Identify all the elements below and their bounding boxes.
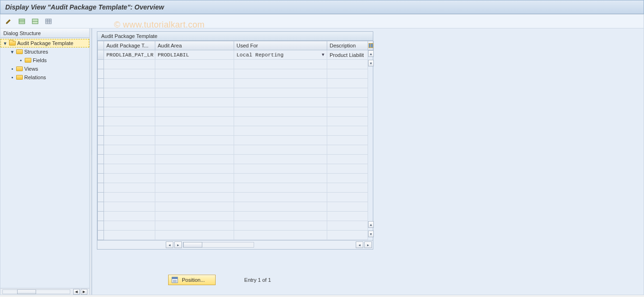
position-button-label: Position...: [182, 277, 205, 283]
tree-node-structures[interactable]: ▾ Structures: [0, 47, 89, 56]
table-row-empty: [97, 69, 373, 79]
toggle-edit-button[interactable]: [3, 16, 14, 27]
detail-panel: Audit Package Template Audit Package T..…: [92, 28, 644, 295]
svg-rect-14: [172, 277, 178, 279]
row-selector-header[interactable]: [97, 41, 104, 50]
table-row-empty: ▾: [97, 60, 373, 69]
table-row-empty: ▴: [97, 221, 373, 231]
tree-node-relations[interactable]: • Relations: [0, 73, 89, 82]
dialog-structure-panel: Dialog Structure ▾ Audit Package Templat…: [0, 28, 90, 295]
folder-icon: [16, 49, 23, 55]
scroll-left-icon[interactable]: ◂: [73, 289, 80, 295]
scroll-down-icon[interactable]: ▾: [368, 231, 374, 237]
scrollbar-thumb[interactable]: [183, 242, 202, 248]
svg-rect-0: [19, 19, 25, 24]
scroll-up-icon[interactable]: ▴: [368, 50, 374, 57]
svg-rect-15: [173, 280, 177, 281]
col-header-audit-area[interactable]: Audit Area: [155, 41, 234, 50]
col-header-used-for[interactable]: Used For: [234, 41, 327, 50]
table-row-empty: [97, 183, 373, 193]
chevron-down-icon[interactable]: ▾: [10, 49, 15, 55]
svg-rect-11: [369, 44, 370, 47]
print-button[interactable]: [43, 16, 54, 27]
folder-open-icon: [9, 40, 16, 46]
svg-rect-12: [371, 44, 373, 47]
tree-node-audit-package-template[interactable]: ▾ Audit Package Template: [0, 39, 89, 47]
pencil-icon: [5, 18, 12, 25]
table-row-empty: [97, 79, 373, 88]
table-row-empty: [97, 107, 373, 117]
work-area: Dialog Structure ▾ Audit Package Templat…: [0, 28, 644, 295]
grid-vertical-scrollbar[interactable]: ▴: [368, 50, 374, 60]
tree-node-label: Fields: [33, 57, 47, 63]
table-row-empty: [97, 193, 373, 202]
table-row-empty: ▾: [97, 231, 373, 240]
cell-template[interactable]: PRODLIAB_PAT_LR: [104, 50, 155, 60]
table-row-empty: [97, 126, 373, 136]
table-row[interactable]: PRODLIAB_PAT_LR PRODLIABIL Local Reporti…: [97, 50, 373, 60]
scrollbar-track[interactable]: [2, 289, 70, 294]
bullet-icon: •: [10, 74, 15, 80]
row-selector[interactable]: [97, 50, 104, 60]
page-title: Display View "Audit Package Template": O…: [5, 3, 164, 11]
window-title-bar: Display View "Audit Package Template": O…: [0, 0, 644, 14]
tree-node-views[interactable]: • Views: [0, 65, 89, 73]
dropdown-icon[interactable]: ▼: [322, 53, 324, 57]
table-row-empty: [97, 164, 373, 174]
folder-icon: [16, 74, 23, 80]
tree-horizontal-scrollbar[interactable]: ◂ ▸: [0, 288, 89, 295]
table-grid-icon: [45, 18, 52, 25]
grid-title: Audit Package Template: [97, 32, 373, 41]
tree-node-label: Relations: [24, 74, 46, 80]
cell-description[interactable]: Product Liabilit: [327, 50, 368, 60]
table-row-empty: [97, 202, 373, 212]
table-row-empty: [97, 155, 373, 164]
grid-body: PRODLIAB_PAT_LR PRODLIABIL Local Reporti…: [97, 50, 373, 240]
scroll-first-icon[interactable]: ◂: [166, 241, 173, 248]
table-collapse-icon: [32, 18, 38, 25]
table-row-empty: [97, 145, 373, 155]
dialog-structure-header: Dialog Structure: [0, 28, 89, 38]
scroll-last-icon[interactable]: ▸: [364, 241, 372, 248]
table-row-empty: [97, 212, 373, 221]
bullet-icon: •: [10, 66, 15, 72]
tree-node-fields[interactable]: • Fields: [0, 56, 89, 65]
app-toolbar: [0, 14, 644, 28]
expand-all-button[interactable]: [17, 16, 27, 27]
folder-icon: [16, 66, 23, 72]
grid-horizontal-scrollbar[interactable]: ◂ ▸ ◂ ▸: [97, 240, 373, 249]
table-row-empty: [97, 98, 373, 107]
scroll-left-icon[interactable]: ▸: [174, 241, 182, 248]
col-header-description[interactable]: Description: [327, 41, 368, 50]
entry-counter: Entry 1 of 1: [244, 277, 271, 283]
grid-footer: Position... Entry 1 of 1: [168, 275, 271, 285]
col-header-template[interactable]: Audit Package T...: [104, 41, 155, 50]
position-icon: [171, 277, 178, 283]
scrollbar-track[interactable]: [183, 242, 254, 248]
scroll-right-icon[interactable]: ◂: [356, 241, 363, 248]
chevron-down-icon[interactable]: ▾: [3, 40, 8, 46]
dialog-structure-tree[interactable]: ▾ Audit Package Template ▾ Structures • …: [0, 38, 89, 288]
collapse-all-button[interactable]: [30, 16, 40, 27]
svg-rect-5: [46, 19, 51, 24]
table-row-empty: [97, 136, 373, 145]
bullet-icon: •: [19, 57, 23, 63]
table-expand-icon: [19, 18, 25, 25]
scroll-right-icon[interactable]: ▸: [81, 289, 87, 295]
cell-used-for[interactable]: Local Reporting ▼: [234, 50, 327, 60]
scroll-down-icon[interactable]: ▾: [368, 60, 374, 66]
tree-node-label: Audit Package Template: [17, 40, 73, 46]
svg-rect-16: [173, 281, 177, 282]
scrollbar-thumb[interactable]: [17, 289, 36, 294]
tree-node-label: Views: [24, 66, 38, 72]
table-settings-icon: [369, 43, 373, 48]
scroll-up-icon[interactable]: ▴: [368, 221, 374, 228]
table-row-empty: [97, 117, 373, 126]
folder-icon: [25, 57, 31, 63]
table-row-empty: [97, 88, 373, 98]
cell-used-for-value: Local Reporting: [237, 52, 284, 58]
cell-audit-area[interactable]: PRODLIABIL: [155, 50, 234, 60]
tree-node-label: Structures: [24, 49, 48, 55]
position-button[interactable]: Position...: [168, 275, 216, 285]
column-config-button[interactable]: [368, 41, 374, 50]
